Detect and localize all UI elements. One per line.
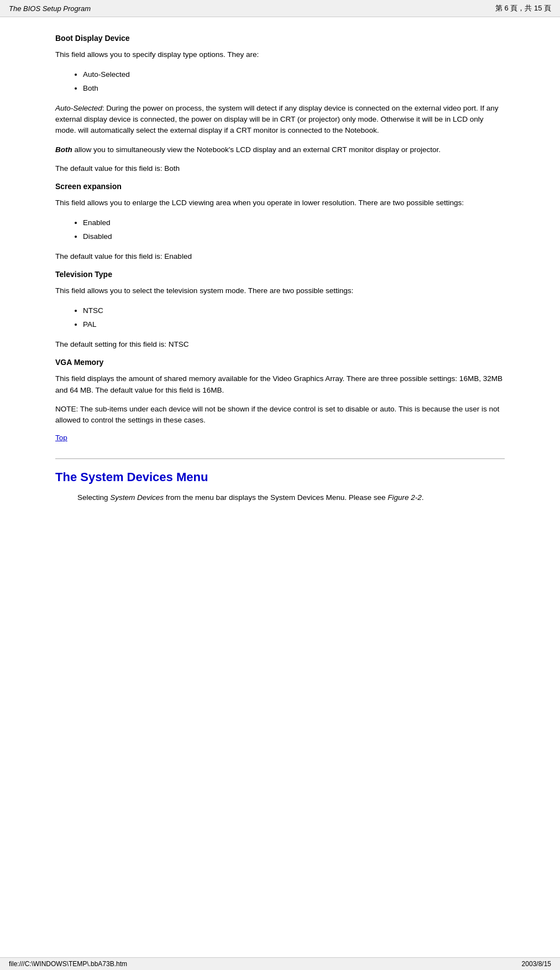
section-title-screen-expansion: Screen expansion <box>55 182 505 191</box>
system-devices-period: . <box>422 493 424 502</box>
figure-reference: Figure 2-2 <box>388 493 422 502</box>
section-vga-memory: VGA Memory This field displays the amoun… <box>55 358 505 426</box>
list-item: Disabled <box>83 230 505 243</box>
section-divider <box>55 458 505 459</box>
boot-display-default: The default value for this field is: Bot… <box>55 163 505 174</box>
auto-selected-text: : During the power on process, the syste… <box>55 104 498 135</box>
section-screen-expansion: Screen expansion This field allows you t… <box>55 182 505 262</box>
section-title-boot-display: Boot Display Device <box>55 34 505 43</box>
section-system-devices-menu: The System Devices Menu Selecting System… <box>55 470 505 503</box>
auto-selected-description: Auto-Selected: During the power on proce… <box>55 103 505 137</box>
television-type-intro: This field allows you to select the tele… <box>55 285 505 296</box>
boot-display-bullets: Auto-Selected Both <box>83 68 505 95</box>
section-television-type: Television Type This field allows you to… <box>55 270 505 350</box>
screen-expansion-default: The default value for this field is: Ena… <box>55 251 505 262</box>
section-title-television-type: Television Type <box>55 270 505 279</box>
television-type-default: The default setting for this field is: N… <box>55 339 505 350</box>
page-header: The BIOS Setup Program 第 6 頁，共 15 頁 <box>0 0 560 17</box>
vga-memory-intro: This field displays the amount of shared… <box>55 373 505 396</box>
screen-expansion-bullets: Enabled Disabled <box>83 216 505 243</box>
list-item: Both <box>83 82 505 95</box>
both-text: allow you to simultaneously view the Not… <box>72 145 441 154</box>
footer-date: 2003/8/15 <box>522 960 551 968</box>
boot-display-intro: This field allows you to specify display… <box>55 49 505 60</box>
system-devices-italic: System Devices <box>110 493 164 502</box>
header-title: The BIOS Setup Program <box>9 4 91 13</box>
system-devices-text-rest: from the menu bar displays the System De… <box>164 493 388 502</box>
main-content: Boot Display Device This field allows yo… <box>0 17 560 531</box>
auto-selected-label: Auto-Selected <box>55 104 102 112</box>
header-page-number: 第 6 頁，共 15 頁 <box>495 3 551 13</box>
system-devices-heading: The System Devices Menu <box>55 470 505 484</box>
list-item: PAL <box>83 318 505 331</box>
list-item: NTSC <box>83 304 505 317</box>
screen-expansion-intro: This field allows you to enlarge the LCD… <box>55 197 505 208</box>
page-footer: file:///C:\WINDOWS\TEMP\.bbA73B.htm 2003… <box>0 957 560 970</box>
list-item: Auto-Selected <box>83 68 505 81</box>
both-label: Both <box>55 145 72 154</box>
top-link[interactable]: Top <box>55 434 67 442</box>
footer-path: file:///C:\WINDOWS\TEMP\.bbA73B.htm <box>9 960 127 968</box>
both-description: Both allow you to simultaneously view th… <box>55 144 505 155</box>
vga-memory-note: NOTE: The sub-items under each device wi… <box>55 404 505 426</box>
system-devices-text-prefix: Selecting <box>77 493 110 502</box>
television-type-bullets: NTSC PAL <box>83 304 505 331</box>
section-title-vga-memory: VGA Memory <box>55 358 505 367</box>
list-item: Enabled <box>83 216 505 230</box>
system-devices-paragraph: Selecting System Devices from the menu b… <box>55 492 505 503</box>
section-boot-display-device: Boot Display Device This field allows yo… <box>55 34 505 174</box>
